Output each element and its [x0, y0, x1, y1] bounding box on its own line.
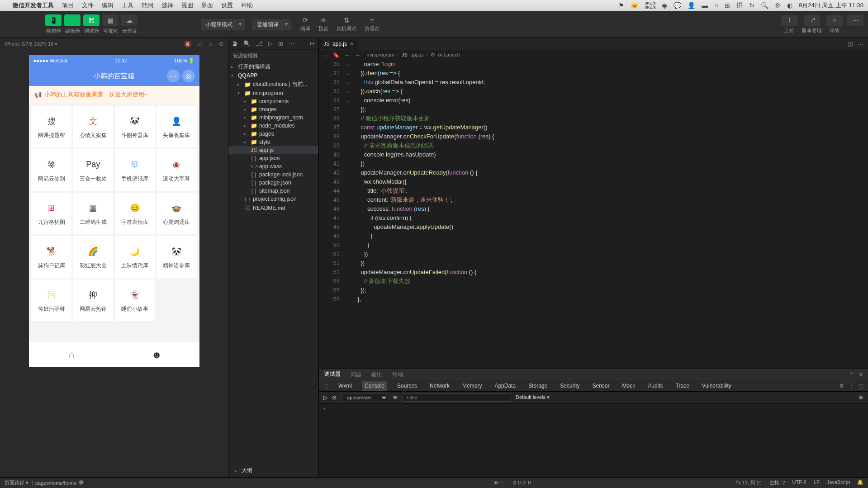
more-icon[interactable]: ⋯: [858, 41, 863, 47]
close-icon[interactable]: ✕: [350, 41, 354, 47]
encoding[interactable]: UTF-8: [792, 479, 806, 486]
console-settings-icon[interactable]: ⚙: [859, 394, 863, 401]
display-icon[interactable]: ▬: [702, 2, 708, 9]
panel-close-icon[interactable]: ✕: [859, 371, 863, 378]
panel-collapse-icon[interactable]: ⌃: [849, 371, 854, 378]
tree-node[interactable]: ▸ 📁 cloudfunctions | 当前...: [228, 80, 318, 89]
log-levels[interactable]: Default levels ▾: [516, 394, 550, 400]
debugger-tab[interactable]: 问题: [350, 369, 362, 380]
toolbar-mid-1[interactable]: 👁预览: [318, 17, 328, 32]
debugger-tab[interactable]: 输出: [370, 369, 383, 380]
collapse-icon[interactable]: ↦: [310, 40, 315, 47]
devtools-tab[interactable]: Wxml: [336, 381, 355, 391]
menu-settings[interactable]: 设置: [221, 1, 233, 9]
toolbar-mid-3[interactable]: ≡清缓存: [365, 17, 379, 32]
section-outline[interactable]: ▸大纲: [232, 466, 315, 475]
menu-project[interactable]: 项目: [62, 1, 74, 9]
grid-cell[interactable]: 🌈 彩虹屁大全: [73, 236, 113, 278]
tab-home[interactable]: ⌂: [29, 342, 114, 367]
notifications-icon[interactable]: 🔔: [857, 479, 863, 486]
search-icon[interactable]: 🔍: [761, 2, 768, 9]
pinyin-icon[interactable]: 拼: [736, 1, 743, 9]
devtools-tab[interactable]: Vulnerability: [699, 381, 734, 391]
debugger-tab[interactable]: 调试器: [323, 369, 342, 381]
tab-profile[interactable]: ☻: [114, 342, 199, 367]
ext-icon[interactable]: ⊞: [278, 40, 283, 47]
app-name[interactable]: 微信开发者工具: [13, 1, 54, 9]
tree-node[interactable]: { } sitemap.json: [228, 187, 318, 195]
grid-cell[interactable]: 文 心情文案集: [73, 106, 113, 147]
section-project[interactable]: ▾QQAPP: [228, 71, 318, 80]
eye-icon[interactable]: 👁: [393, 394, 398, 401]
cursor-position[interactable]: 行 11, 列 21: [736, 479, 763, 486]
grid-cell[interactable]: ⊞ 九宫格切图: [32, 193, 71, 234]
tree-node[interactable]: ▸ 📁 miniprogram_npm: [228, 114, 318, 122]
page-path-label[interactable]: 页面路径 ▾: [5, 479, 28, 486]
tree-node[interactable]: ▸ 📁 images: [228, 105, 318, 114]
sync-icon[interactable]: ↻: [749, 2, 754, 9]
tree-node[interactable]: { } package-lock.json: [228, 171, 318, 179]
debug-icon[interactable]: ▷: [268, 40, 273, 47]
eol[interactable]: LF: [814, 479, 820, 486]
toolbar-mid-2[interactable]: ⇅真机调试: [337, 16, 356, 32]
toolbar-btn-2[interactable]: ⌘ 调试器: [83, 14, 100, 34]
search-icon[interactable]: 🔍: [243, 40, 251, 47]
menu-tools[interactable]: 工具: [122, 1, 133, 9]
capsule-menu-icon[interactable]: ⋯: [167, 70, 180, 82]
grid-icon[interactable]: ⊞: [725, 2, 730, 9]
capsule-close-icon[interactable]: ◎: [182, 70, 195, 82]
clear-icon[interactable]: ⊘: [332, 394, 337, 401]
debugger-tab[interactable]: 终端: [391, 369, 404, 380]
dock-icon[interactable]: ◫: [859, 383, 863, 389]
more-icon[interactable]: ⋯: [289, 40, 294, 47]
sim-rotate-icon[interactable]: ⟲: [218, 41, 223, 47]
more-icon[interactable]: ⋮: [849, 383, 854, 389]
tree-node[interactable]: { } project.config.json: [228, 195, 318, 203]
compile-select[interactable]: 普通编译: [252, 19, 291, 30]
toolbar-btn-0[interactable]: 📱 模拟器: [45, 14, 62, 34]
announcement-banner[interactable]: 📢 小韩的工具箱新版来袭，欢迎大家使用~: [29, 86, 199, 103]
grid-cell[interactable]: 😊 字符表情库: [115, 193, 155, 234]
bookmark-icon[interactable]: 🔖: [332, 52, 340, 58]
grid-cell[interactable]: 抑 网易云热评: [73, 280, 113, 321]
toolbar-btn-1[interactable]: 编辑器: [64, 14, 81, 34]
play-icon[interactable]: ▷: [323, 394, 327, 401]
filter-input[interactable]: [403, 393, 511, 402]
inspect-icon[interactable]: ⬚: [323, 383, 328, 389]
grid-cell[interactable]: 👻 睡前小故事: [115, 280, 155, 321]
grid-cell[interactable]: 🐕 舔狗日记库: [32, 236, 71, 278]
sim-back-icon[interactable]: ◁: [198, 41, 202, 47]
git-icon[interactable]: ⎇: [256, 40, 263, 47]
toolbar-mid-0[interactable]: ⟳编译: [300, 16, 310, 32]
tree-node[interactable]: ⓘ README.md: [228, 203, 318, 213]
grid-cell[interactable]: 搜 网课搜题帮: [32, 106, 71, 147]
code-editor[interactable]: 3031323334353637383940414243444546474849…: [319, 60, 868, 369]
explorer-icon[interactable]: 🗎: [232, 40, 238, 47]
status-icon[interactable]: ◉: [662, 2, 667, 9]
grid-cell[interactable]: ▦ 二维码生成: [73, 193, 113, 234]
tree-node[interactable]: ▸ 📁 pages: [228, 130, 318, 138]
outline-icon[interactable]: ≡: [324, 52, 328, 58]
tree-node[interactable]: { } app.json: [228, 154, 318, 162]
settings-icon[interactable]: ⚙: [839, 383, 844, 389]
tree-node[interactable]: < > app.wxss: [228, 162, 318, 171]
grid-cell[interactable]: 污 你好污呀呀: [32, 280, 71, 321]
menu-edit[interactable]: 编辑: [102, 1, 114, 9]
siri-icon[interactable]: ◐: [787, 2, 792, 9]
menubar-icon[interactable]: ⚑: [618, 2, 624, 9]
tree-node[interactable]: ▸ 📁 node_modules: [228, 122, 318, 130]
wechat-icon[interactable]: 💬: [674, 2, 681, 9]
menu-help[interactable]: 帮助: [241, 1, 253, 9]
devtools-tab[interactable]: Security: [557, 381, 582, 391]
indentation[interactable]: 空格: 2: [769, 479, 785, 486]
problems[interactable]: ⊘ 0 ⚠ 0: [512, 480, 531, 486]
menu-file[interactable]: 文件: [82, 1, 94, 9]
sim-mute-icon[interactable]: 🔇: [184, 41, 191, 47]
sim-more-icon[interactable]: ⋯: [498, 480, 503, 486]
circle-icon[interactable]: ○: [714, 2, 718, 9]
devtools-tab[interactable]: Sensor: [590, 381, 612, 391]
sim-visibility-icon[interactable]: 👁: [493, 480, 498, 486]
devtools-tab[interactable]: Memory: [460, 381, 484, 391]
devtools-tab[interactable]: Audits: [645, 381, 665, 391]
grid-cell[interactable]: 🐼 斗图神器库: [115, 106, 155, 147]
